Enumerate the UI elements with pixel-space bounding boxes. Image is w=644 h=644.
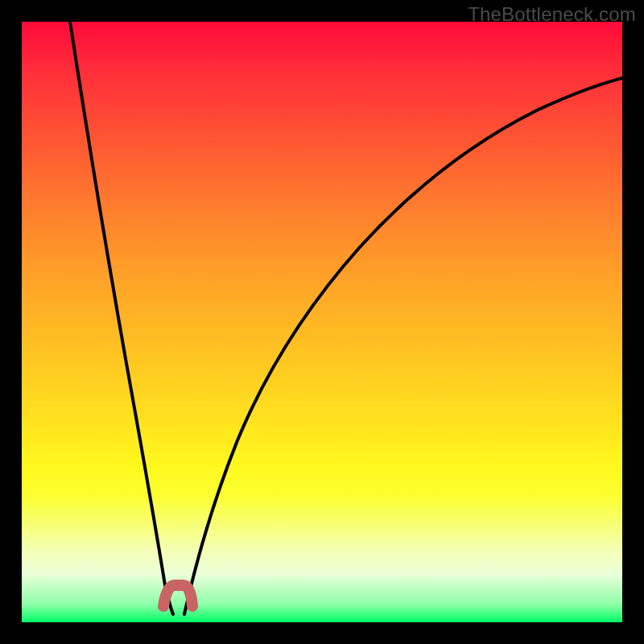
watermark-text: TheBottleneck.com [468,3,636,26]
plot-area [22,22,622,622]
curve-bump [163,585,192,606]
curve-layer [22,22,622,622]
curve-left-branch [70,22,173,614]
chart-stage: TheBottleneck.com [0,0,644,644]
curve-right-branch [184,78,622,614]
